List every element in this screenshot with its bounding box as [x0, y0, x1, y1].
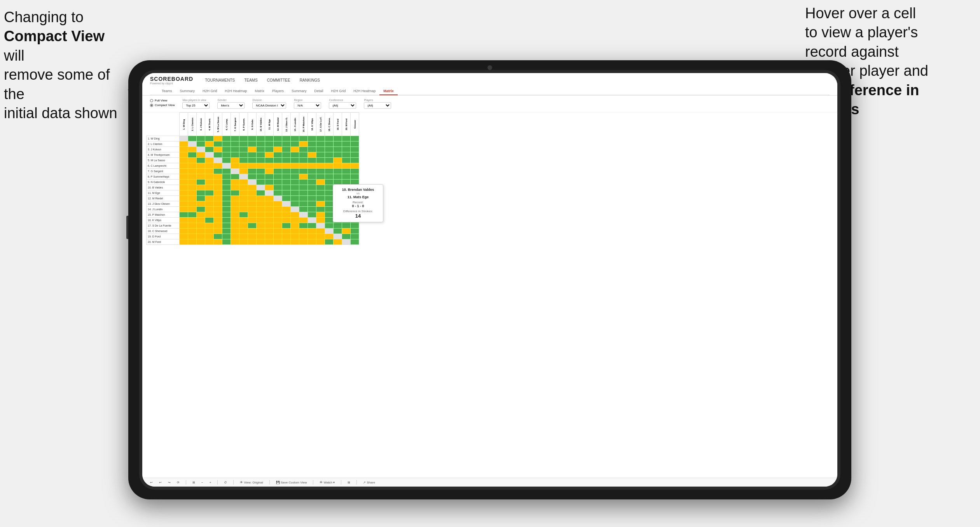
matrix-cell[interactable]	[291, 147, 299, 152]
matrix-cell[interactable]	[222, 169, 231, 174]
matrix-cell[interactable]	[239, 174, 248, 180]
matrix-cell[interactable]	[257, 174, 265, 180]
matrix-cell[interactable]	[282, 234, 291, 239]
matrix-cell[interactable]	[257, 163, 265, 169]
matrix-cell[interactable]	[205, 169, 214, 174]
nav-tournaments[interactable]: TOURNAMENTS	[205, 78, 235, 83]
tab-h2h-heatmap[interactable]: H2H Heatmap	[221, 87, 251, 95]
matrix-cell[interactable]	[222, 163, 231, 169]
matrix-cell[interactable]	[205, 218, 214, 223]
matrix-cell[interactable]	[351, 136, 359, 141]
matrix-cell[interactable]	[205, 141, 214, 147]
matrix-cell[interactable]	[342, 136, 351, 141]
matrix-cell[interactable]	[180, 207, 188, 212]
matrix-cell[interactable]	[222, 141, 231, 147]
matrix-cell[interactable]	[316, 141, 325, 147]
matrix-cell[interactable]	[265, 136, 274, 141]
matrix-cell[interactable]	[222, 218, 231, 223]
matrix-cell[interactable]	[197, 196, 205, 201]
matrix-cell[interactable]	[214, 212, 222, 218]
matrix-cell[interactable]	[197, 234, 205, 239]
watch-button[interactable]: 👁 Watch ▾	[320, 481, 335, 484]
matrix-cell[interactable]	[188, 212, 197, 218]
matrix-cell[interactable]	[248, 141, 257, 147]
matrix-cell[interactable]	[299, 136, 308, 141]
matrix-cell[interactable]	[180, 218, 188, 223]
matrix-cell[interactable]	[299, 223, 308, 229]
matrix-cell[interactable]	[197, 147, 205, 152]
matrix-cell[interactable]	[188, 174, 197, 180]
matrix-cell[interactable]	[316, 239, 325, 245]
matrix-cell[interactable]	[265, 239, 274, 245]
matrix-cell[interactable]	[231, 169, 239, 174]
filter-region-select[interactable]: N/A	[294, 102, 321, 109]
matrix-cell[interactable]	[316, 207, 325, 212]
matrix-cell[interactable]	[274, 229, 282, 234]
matrix-cell[interactable]	[308, 169, 316, 174]
matrix-cell[interactable]	[291, 207, 299, 212]
matrix-cell[interactable]	[265, 169, 274, 174]
tab-h2h-grid2[interactable]: H2H Grid	[327, 87, 350, 95]
matrix-cell[interactable]	[325, 152, 334, 158]
matrix-cell[interactable]	[325, 234, 334, 239]
matrix-cell[interactable]	[291, 212, 299, 218]
matrix-cell[interactable]	[342, 158, 351, 163]
filter-max-players-select[interactable]: Top 25	[182, 102, 210, 109]
matrix-cell[interactable]	[299, 174, 308, 180]
matrix-cell[interactable]	[316, 212, 325, 218]
matrix-cell[interactable]	[205, 223, 214, 229]
matrix-cell[interactable]	[308, 239, 316, 245]
matrix-cell[interactable]	[308, 152, 316, 158]
matrix-cell[interactable]	[231, 174, 239, 180]
matrix-cell[interactable]	[248, 218, 257, 223]
matrix-cell[interactable]	[197, 141, 205, 147]
matrix-cell[interactable]	[248, 152, 257, 158]
matrix-cell[interactable]	[291, 169, 299, 174]
matrix-cell[interactable]	[282, 152, 291, 158]
matrix-cell[interactable]	[325, 229, 334, 234]
matrix-cell[interactable]	[282, 169, 291, 174]
matrix-cell[interactable]	[308, 190, 316, 196]
matrix-cell[interactable]	[257, 196, 265, 201]
matrix-cell[interactable]	[299, 147, 308, 152]
matrix-cell[interactable]	[316, 234, 325, 239]
refresh-button[interactable]: ⟳	[177, 481, 180, 484]
matrix-cell[interactable]	[214, 185, 222, 190]
matrix-cell[interactable]	[351, 174, 359, 180]
matrix-cell[interactable]	[214, 207, 222, 212]
matrix-cell[interactable]	[248, 136, 257, 141]
matrix-cell[interactable]	[308, 136, 316, 141]
matrix-cell[interactable]	[180, 212, 188, 218]
redo-button[interactable]: ↪	[168, 481, 171, 484]
timer-button[interactable]: ⏱	[224, 481, 227, 484]
matrix-cell[interactable]	[214, 234, 222, 239]
matrix-cell[interactable]	[282, 180, 291, 185]
tab-matrix2[interactable]: Matrix	[379, 87, 398, 95]
matrix-cell[interactable]	[180, 185, 188, 190]
matrix-cell[interactable]	[325, 185, 334, 190]
matrix-cell[interactable]	[197, 174, 205, 180]
matrix-cell[interactable]	[299, 190, 308, 196]
matrix-cell[interactable]	[248, 185, 257, 190]
matrix-cell[interactable]	[231, 152, 239, 158]
matrix-cell[interactable]	[197, 180, 205, 185]
undo2-button[interactable]: ↩	[159, 481, 162, 484]
matrix-cell[interactable]	[180, 196, 188, 201]
matrix-cell[interactable]	[265, 147, 274, 152]
matrix-cell[interactable]	[282, 223, 291, 229]
matrix-cell[interactable]	[188, 229, 197, 234]
matrix-cell[interactable]	[274, 158, 282, 163]
matrix-cell[interactable]	[274, 190, 282, 196]
matrix-cell[interactable]	[299, 158, 308, 163]
matrix-cell[interactable]	[188, 163, 197, 169]
matrix-cell[interactable]	[334, 136, 342, 141]
matrix-cell[interactable]	[342, 152, 351, 158]
matrix-cell[interactable]	[342, 234, 351, 239]
matrix-cell[interactable]	[180, 223, 188, 229]
matrix-cell[interactable]	[257, 234, 265, 239]
matrix-cell[interactable]	[214, 218, 222, 223]
matrix-cell[interactable]	[282, 185, 291, 190]
matrix-cell[interactable]	[274, 152, 282, 158]
matrix-cell[interactable]	[308, 223, 316, 229]
matrix-cell[interactable]	[239, 201, 248, 207]
